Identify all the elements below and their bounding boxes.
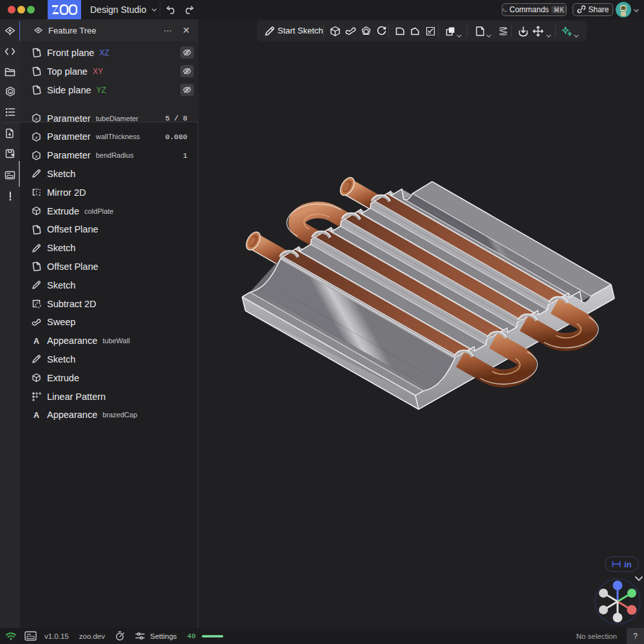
svg-text:x: x <box>35 133 38 140</box>
svg-text:A: A <box>33 411 39 420</box>
svg-text:x: x <box>35 152 38 158</box>
svg-text:A: A <box>33 337 39 346</box>
svg-text:x: x <box>35 115 38 122</box>
